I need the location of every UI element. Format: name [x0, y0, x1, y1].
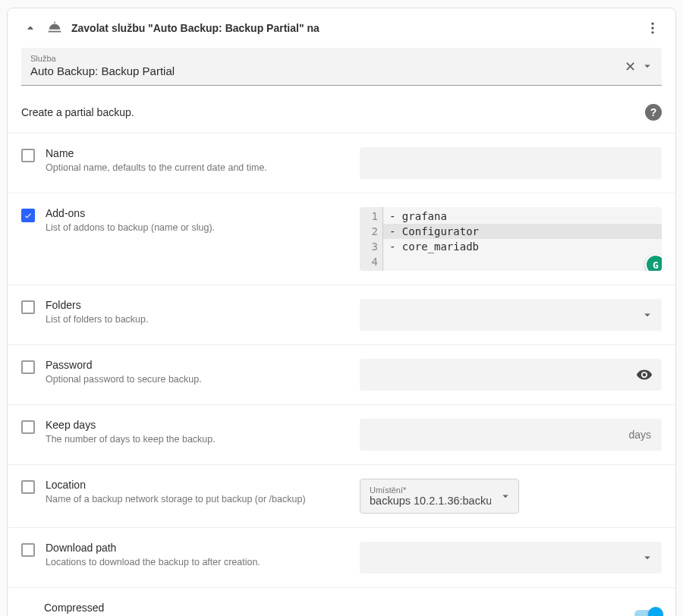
action-card: Zavolat službu "Auto Backup: Backup Part… — [7, 8, 676, 616]
field-download: Download path Locations to download the … — [8, 527, 675, 587]
folders-checkbox[interactable] — [21, 300, 35, 314]
folders-label: Folders — [46, 299, 349, 311]
password-label: Password — [46, 359, 349, 371]
service-clear-button[interactable]: ✕ — [625, 58, 636, 75]
card-title: Zavolat službu "Auto Backup: Backup Part… — [71, 22, 319, 34]
field-addons: Add-ons List of addons to backup (name o… — [8, 193, 675, 284]
keepdays-hint: The number of days to keep the backup. — [46, 434, 349, 445]
download-dropdown[interactable] — [360, 542, 662, 574]
keepdays-checkbox[interactable] — [21, 420, 35, 434]
service-section: Služba Auto Backup: Backup Partial ✕ — [8, 48, 675, 95]
location-select[interactable]: Umístění* backups 10.2.1.36:backups — [360, 479, 519, 514]
keepdays-label: Keep days — [46, 419, 349, 431]
addons-gutter: 1234 — [360, 207, 383, 271]
location-select-label: Umístění* — [370, 486, 491, 495]
location-select-value: backups 10.2.1.36:backups — [370, 495, 491, 507]
location-hint: Name of a backup network storage to put … — [46, 494, 349, 504]
service-description: Create a partial backup. — [21, 106, 645, 118]
chevron-down-icon — [641, 59, 654, 73]
password-hint: Optional password to secure backup. — [46, 374, 349, 385]
compressed-label: Compressed — [44, 602, 634, 614]
field-password: Password Optional password to secure bac… — [8, 344, 675, 404]
check-icon — [24, 211, 33, 220]
description-row: Create a partial backup. ? — [8, 95, 675, 133]
location-label: Location — [46, 479, 349, 491]
svg-point-1 — [651, 27, 653, 29]
service-select-label: Služba — [30, 54, 653, 63]
download-checkbox[interactable] — [21, 543, 35, 557]
download-label: Download path — [46, 542, 349, 554]
addons-code[interactable]: - grafana- Configurator - core_mariadb — [383, 207, 662, 271]
field-compressed: Compressed Use compressed archives — [8, 587, 675, 616]
kebab-icon — [645, 20, 660, 36]
name-label: Name — [46, 147, 349, 159]
svg-point-0 — [651, 23, 653, 25]
addons-checkbox[interactable] — [21, 209, 35, 222]
svg-point-2 — [651, 31, 653, 33]
chevron-down-icon — [641, 308, 654, 322]
keepdays-suffix: days — [628, 429, 651, 441]
chevron-down-icon — [499, 489, 512, 503]
addons-editor[interactable]: 1234 - grafana- Configurator - core_mari… — [360, 207, 662, 271]
name-input[interactable] — [360, 147, 662, 179]
name-checkbox[interactable] — [21, 149, 35, 162]
folders-hint: List of folders to backup. — [46, 314, 349, 325]
addons-label: Add-ons — [46, 207, 349, 219]
grammarly-icon[interactable]: G — [645, 254, 662, 271]
folders-dropdown[interactable] — [360, 299, 662, 331]
field-keepdays: Keep days The number of days to keep the… — [8, 404, 675, 464]
chevron-down-icon — [641, 551, 654, 564]
eye-icon[interactable] — [636, 366, 653, 383]
collapse-toggle[interactable] — [21, 19, 39, 37]
compressed-toggle[interactable] — [634, 607, 662, 616]
field-folders: Folders List of folders to backup. — [8, 284, 675, 344]
password-input[interactable] — [360, 359, 662, 391]
service-icon — [46, 19, 64, 37]
field-location: Location Name of a backup network storag… — [8, 464, 675, 527]
location-checkbox[interactable] — [21, 480, 35, 494]
chevron-up-icon — [23, 20, 38, 36]
name-hint: Optional name, defaults to the current d… — [46, 162, 349, 173]
service-select-value: Auto Backup: Backup Partial — [30, 64, 653, 77]
keepdays-input[interactable]: days — [360, 419, 662, 451]
field-name: Name Optional name, defaults to the curr… — [8, 133, 675, 193]
card-header: Zavolat službu "Auto Backup: Backup Part… — [8, 8, 675, 48]
addons-hint: List of addons to backup (name or slug). — [46, 222, 349, 233]
download-hint: Locations to download the backup to afte… — [46, 557, 349, 567]
password-checkbox[interactable] — [21, 360, 35, 374]
card-menu-button[interactable] — [644, 19, 662, 37]
service-dropdown-button[interactable] — [641, 59, 654, 75]
concierge-bell-icon — [46, 20, 63, 36]
help-button[interactable]: ? — [645, 104, 662, 121]
service-select[interactable]: Služba Auto Backup: Backup Partial ✕ — [21, 48, 662, 86]
